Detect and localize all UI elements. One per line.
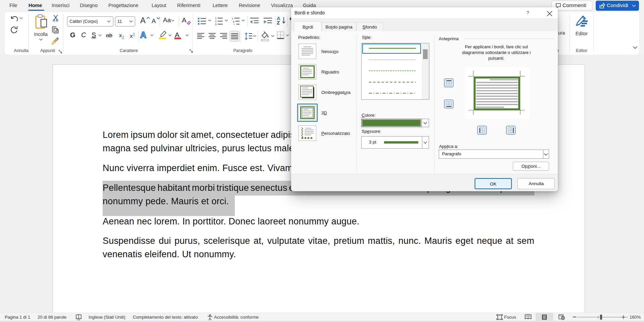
svg-text:1: 1 [232,17,233,20]
svg-text:2: 2 [215,20,217,23]
svg-text:1: 1 [215,17,217,20]
svg-text:i: i [234,23,234,25]
svg-text:3: 3 [215,23,217,25]
